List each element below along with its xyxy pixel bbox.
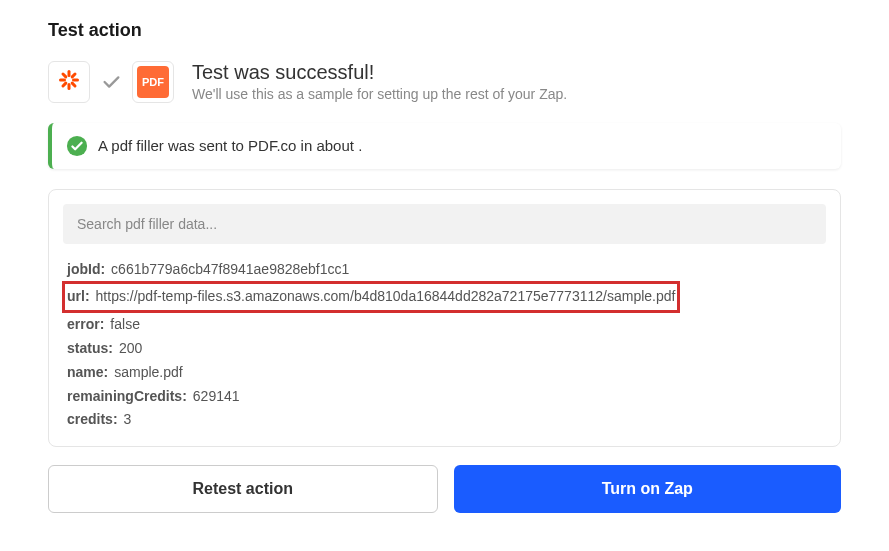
check-circle-icon <box>66 135 88 157</box>
data-row-jobid: jobId: c661b779a6cb47f8941ae9828ebf1cc1 <box>67 258 822 282</box>
data-list: jobId: c661b779a6cb47f8941ae9828ebf1cc1 … <box>63 258 826 433</box>
zapier-icon-box <box>48 61 90 103</box>
data-row-url-highlight: url: https://pdf-temp-files.s3.amazonaws… <box>67 281 822 313</box>
data-row-name: name: sample.pdf <box>67 361 822 385</box>
data-key: url: <box>67 285 90 309</box>
data-row-credits: credits: 3 <box>67 408 822 432</box>
data-key: error: <box>67 313 104 337</box>
banner-text: A pdf filler was sent to PDF.co in about… <box>98 137 362 154</box>
search-input[interactable] <box>63 204 826 244</box>
data-card: jobId: c661b779a6cb47f8941ae9828ebf1cc1 … <box>48 189 841 448</box>
data-row-status: status: 200 <box>67 337 822 361</box>
data-key: credits: <box>67 408 118 432</box>
svg-rect-3 <box>72 78 79 81</box>
data-val: 200 <box>119 337 142 361</box>
data-row-error: error: false <box>67 313 822 337</box>
data-val: 3 <box>124 408 132 432</box>
success-title: Test was successful! <box>192 59 567 85</box>
page-title: Test action <box>48 20 841 41</box>
header-row: PDF Test was successful! We'll use this … <box>48 59 841 105</box>
pdf-icon: PDF <box>137 66 169 98</box>
data-row-remainingcredits: remainingCredits: 629141 <box>67 385 822 409</box>
svg-rect-1 <box>68 83 71 90</box>
checkmark-connector-icon <box>100 71 122 93</box>
data-key: jobId: <box>67 258 105 282</box>
svg-rect-5 <box>61 81 68 88</box>
svg-rect-6 <box>61 72 68 79</box>
data-key: remainingCredits: <box>67 385 187 409</box>
turn-on-zap-button[interactable]: Turn on Zap <box>454 465 842 513</box>
button-row: Retest action Turn on Zap <box>48 465 841 513</box>
zapier-icon <box>57 68 81 96</box>
retest-button[interactable]: Retest action <box>48 465 438 513</box>
data-val: https://pdf-temp-files.s3.amazonaws.com/… <box>96 285 676 309</box>
data-val: false <box>110 313 140 337</box>
data-key: status: <box>67 337 113 361</box>
success-subtitle: We'll use this as a sample for setting u… <box>192 85 567 105</box>
data-val: c661b779a6cb47f8941ae9828ebf1cc1 <box>111 258 349 282</box>
data-key: name: <box>67 361 108 385</box>
svg-rect-2 <box>59 78 66 81</box>
pdf-icon-box: PDF <box>132 61 174 103</box>
data-val: sample.pdf <box>114 361 182 385</box>
svg-rect-4 <box>70 72 77 79</box>
header-text: Test was successful! We'll use this as a… <box>192 59 567 105</box>
svg-rect-0 <box>68 70 71 77</box>
svg-rect-7 <box>70 81 77 88</box>
data-val: 629141 <box>193 385 240 409</box>
success-banner: A pdf filler was sent to PDF.co in about… <box>48 123 841 169</box>
